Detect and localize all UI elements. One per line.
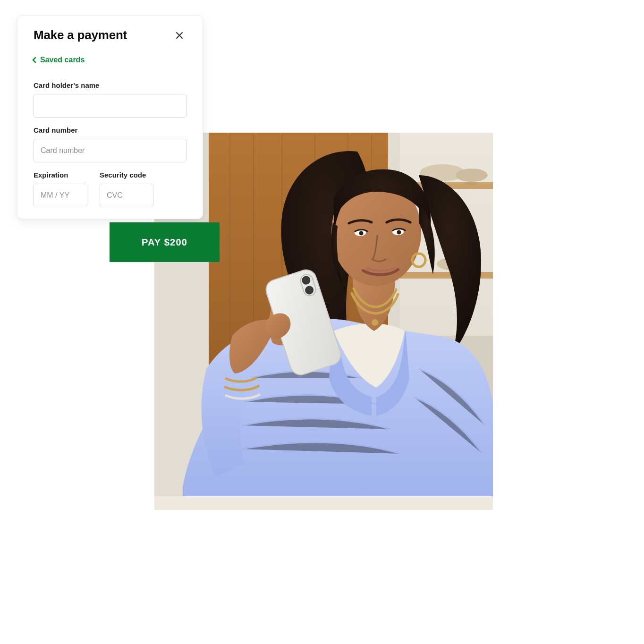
modal-title: Make a payment (34, 28, 127, 42)
payment-form: Card holder's name Card number Expiratio… (17, 66, 203, 207)
cardnumber-input[interactable] (34, 139, 186, 162)
cvc-label: Security code (100, 171, 153, 179)
cardholder-label: Card holder's name (34, 81, 186, 89)
expiration-input[interactable] (34, 184, 87, 207)
field-cardholder: Card holder's name (34, 81, 186, 118)
field-row-exp-cvc: Expiration Security code (34, 171, 186, 207)
field-cardnumber: Card number (34, 126, 186, 162)
pay-button[interactable]: PAY $200 (110, 222, 220, 262)
svg-point-17 (372, 319, 378, 326)
svg-point-5 (456, 169, 488, 182)
saved-cards-link[interactable]: Saved cards (17, 46, 101, 66)
expiration-label: Expiration (34, 171, 87, 179)
payment-modal: Make a payment Saved cards Card holder's… (17, 15, 203, 219)
cardnumber-label: Card number (34, 126, 186, 134)
field-cvc: Security code (100, 171, 153, 207)
svg-rect-29 (154, 496, 493, 510)
modal-header: Make a payment (17, 16, 203, 46)
svg-point-22 (397, 230, 401, 235)
cvc-input[interactable] (100, 184, 153, 207)
lifestyle-photo (154, 133, 493, 510)
close-button[interactable] (172, 28, 186, 42)
cardholder-input[interactable] (34, 94, 186, 118)
chevron-left-icon (32, 57, 37, 63)
pay-button-label: PAY $200 (142, 237, 187, 248)
field-expiration: Expiration (34, 171, 87, 207)
svg-point-21 (359, 231, 364, 236)
close-icon (175, 31, 184, 40)
saved-cards-label: Saved cards (40, 56, 85, 64)
